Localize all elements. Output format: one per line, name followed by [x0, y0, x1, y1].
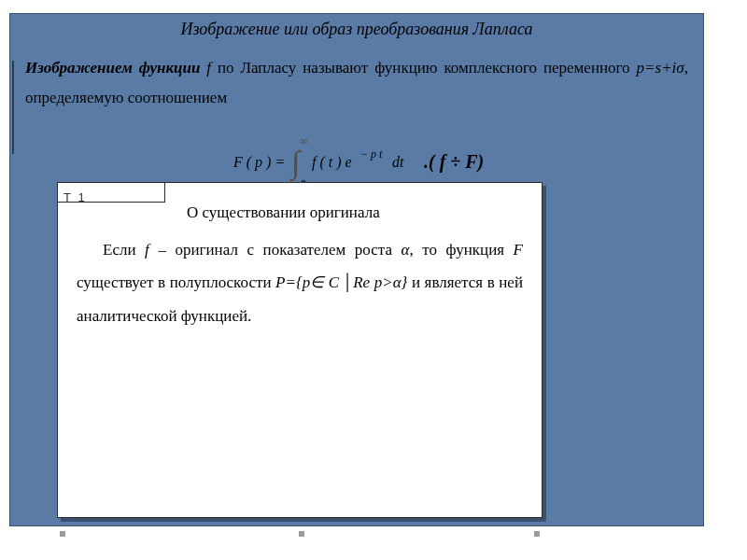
selection-handle[interactable]: [60, 531, 65, 537]
selection-handle[interactable]: [534, 531, 540, 537]
t-p4: существует в полуплоскости: [77, 273, 275, 291]
definition-p-equation: p=s+i: [637, 59, 677, 77]
definition-paragraph: Изображением функции f по Лапласу называ…: [25, 53, 688, 114]
definition-lead-bold: Изображением функции: [25, 59, 200, 77]
integral-formula: F ( p ) = ∞ ∫ 0 f ( t ) e − p t dt: [230, 133, 416, 189]
formula-lhs: F ( p ) =: [233, 154, 285, 171]
slide-frame: Изображение или образ преобразования Лап…: [9, 13, 704, 526]
theorem-title: О существовании оригинала: [187, 196, 523, 230]
exponent: − p t: [360, 147, 383, 161]
t-p3: , то функция: [410, 241, 514, 259]
t-alpha: α: [402, 241, 410, 259]
dt: dt: [392, 154, 404, 170]
t-p2: – оригинал с показателем роста: [158, 241, 401, 259]
definition-f-symbol: f: [200, 59, 211, 77]
definition-body-1: по Лапласу называют функцию комплексного…: [211, 59, 637, 77]
theorem-label: Т 1: [57, 182, 165, 203]
selection-handle[interactable]: [299, 531, 304, 537]
sigma-symbol: σ: [676, 59, 684, 77]
upper-limit: ∞: [300, 134, 308, 147]
t-p1: Если: [103, 241, 145, 259]
t-f: f: [145, 241, 158, 259]
t-F: F: [514, 241, 523, 259]
theorem-box: Т 1 О существовании оригинала Если f – о…: [57, 182, 543, 518]
integral-sign: ∫: [289, 145, 303, 182]
t-set: P={p∈ C │Re p>α}: [275, 273, 412, 291]
slide-title: Изображение или образ преобразования Лап…: [10, 20, 703, 39]
theorem-body: Если f – оригинал с показателем роста α,…: [77, 233, 523, 333]
integrand: f ( t ) e: [312, 154, 352, 171]
formula-row: F ( p ) = ∞ ∫ 0 f ( t ) e − p t dt .( f …: [10, 133, 703, 189]
formula-relation: .( f ÷ F): [424, 151, 484, 173]
